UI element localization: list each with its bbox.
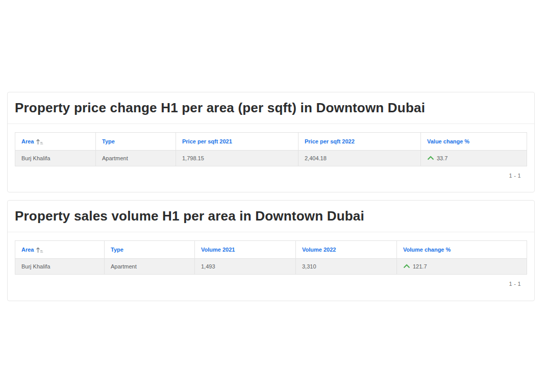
table-row[interactable]: Burj Khalifa Apartment 1,493 3,310 121.7 <box>15 259 527 275</box>
table-header-row: Area Type Price per sqft 2021 Price per … <box>15 133 527 151</box>
cell-volume-2022: 3,310 <box>296 259 397 275</box>
column-header-value-change[interactable]: Value change % <box>421 133 527 151</box>
sales-volume-card: Property sales volume H1 per area in Dow… <box>7 200 535 301</box>
cell-type: Apartment <box>96 151 176 166</box>
price-change-title: Property price change H1 per area (per s… <box>15 100 425 116</box>
sales-volume-table: Area Type Volume 2021 Volume 2022 <box>15 240 527 275</box>
trend-up-icon <box>427 156 434 160</box>
column-header-label: Area <box>21 138 34 144</box>
change-value: 33.7 <box>437 155 447 161</box>
change-value: 121.7 <box>413 263 427 270</box>
trend-up-icon <box>403 264 410 268</box>
column-header-volume-change[interactable]: Volume change % <box>397 241 527 259</box>
column-header-type[interactable]: Type <box>96 133 176 151</box>
pagination-range: 1 - 1 <box>8 166 534 179</box>
column-header-area[interactable]: Area <box>15 133 96 151</box>
column-header-price-2022[interactable]: Price per sqft 2022 <box>299 133 421 151</box>
cell-value-change: 33.7 <box>421 151 527 166</box>
cell-volume-change: 121.7 <box>397 259 527 275</box>
table-header-row: Area Type Volume 2021 Volume 2022 <box>15 241 527 259</box>
column-header-label: Area <box>21 247 34 253</box>
table-row[interactable]: Burj Khalifa Apartment 1,798.15 2,404.18… <box>15 151 527 166</box>
cell-type: Apartment <box>105 259 195 275</box>
cell-volume-2021: 1,493 <box>195 259 296 275</box>
card-title-row: Property price change H1 per area (per s… <box>8 92 534 124</box>
column-header-type[interactable]: Type <box>105 241 195 259</box>
sales-volume-title: Property sales volume H1 per area in Dow… <box>15 208 364 224</box>
cell-area: Burj Khalifa <box>15 259 105 275</box>
sort-ascending-icon <box>36 138 43 145</box>
price-change-table: Area Type Price per sqft 2021 Price per … <box>15 132 527 166</box>
card-title-row: Property sales volume H1 per area in Dow… <box>8 201 534 232</box>
price-change-card: Property price change H1 per area (per s… <box>7 92 535 192</box>
pagination-range: 1 - 1 <box>8 275 534 287</box>
column-header-volume-2021[interactable]: Volume 2021 <box>195 241 296 259</box>
sort-ascending-icon <box>36 247 43 253</box>
column-header-price-2021[interactable]: Price per sqft 2021 <box>176 133 299 151</box>
column-header-volume-2022[interactable]: Volume 2022 <box>296 241 397 259</box>
cell-price-2022: 2,404.18 <box>299 151 421 166</box>
column-header-area[interactable]: Area <box>15 241 105 259</box>
cell-area: Burj Khalifa <box>15 151 96 166</box>
cell-price-2021: 1,798.15 <box>176 151 299 166</box>
